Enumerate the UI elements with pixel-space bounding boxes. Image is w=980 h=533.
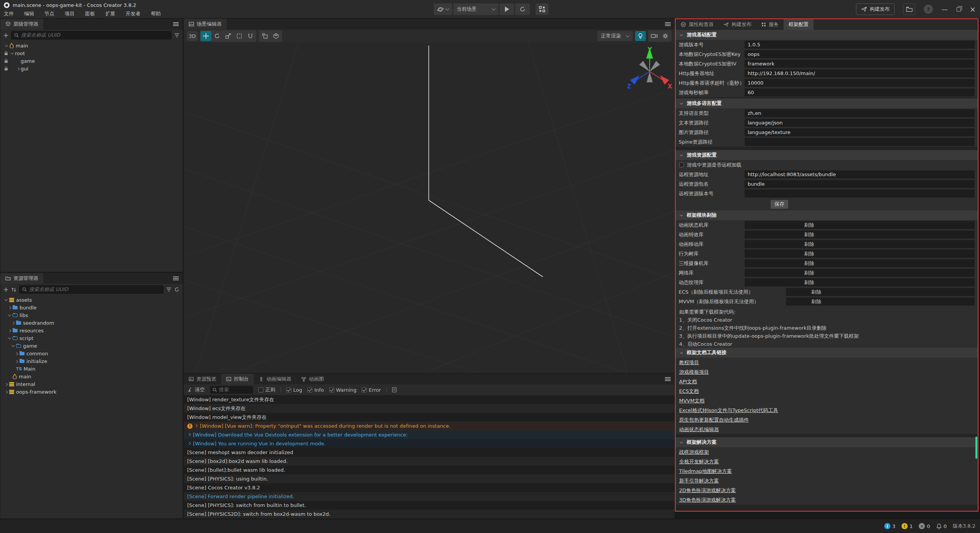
filter-warning-checkbox[interactable]: Warning [329, 387, 356, 393]
menu-panel[interactable]: 面板 [85, 10, 95, 17]
hierarchy-search-input[interactable]: 搜索名称或 UUID [11, 31, 172, 39]
doc-link-tutorial[interactable]: 教程项目 [676, 358, 978, 367]
assets-filter-icon[interactable] [166, 287, 172, 292]
log-row[interactable]: [Window] model_view文件夹存在 [184, 413, 675, 422]
checkbox-on-icon[interactable] [286, 387, 291, 392]
checkbox-on-icon[interactable] [362, 387, 367, 392]
asset-node-game[interactable]: game [0, 342, 183, 350]
log-row[interactable]: [Scene] meshopt wasm decoder initialized [184, 448, 675, 457]
preview-device-select[interactable] [434, 3, 452, 15]
refresh-assets-button[interactable] [174, 287, 180, 292]
field-input[interactable]: http://192.168.0.150/main/ [745, 69, 975, 77]
chevron-right-icon[interactable] [4, 382, 9, 387]
solution-link-war-chess[interactable]: 战棋游戏框架 [676, 447, 978, 457]
chevron-right-icon[interactable] [14, 351, 19, 356]
log-file-button[interactable] [392, 387, 397, 392]
doc-link-ecs[interactable]: ECS文档 [676, 386, 978, 396]
add-asset-button[interactable] [3, 287, 8, 292]
tab-build-publish[interactable]: 构建发布 [719, 19, 756, 30]
log-row[interactable]: [Scene] [bullet]:bullet wasm lib loaded. [184, 466, 675, 474]
open-project-folder-button[interactable] [903, 3, 915, 15]
build-publish-button[interactable]: 构建发布 [856, 3, 895, 15]
preview-qr-button[interactable] [536, 3, 549, 15]
play-button[interactable] [500, 3, 514, 15]
checkbox-on-icon[interactable] [329, 387, 334, 392]
filter-info-checkbox[interactable]: Info [307, 387, 324, 393]
menu-edit[interactable]: 编辑 [24, 10, 34, 17]
tab-service[interactable]: 服务 [756, 19, 784, 30]
chevron-right-icon[interactable] [11, 320, 16, 325]
sort-assets-button[interactable] [11, 287, 16, 292]
doc-link-api[interactable]: API文档 [676, 377, 978, 386]
remove-button[interactable]: 剔除 [812, 289, 822, 296]
section-header[interactable]: 游戏资源配置 [676, 150, 978, 160]
asset-node-script[interactable]: script [0, 334, 183, 342]
filter-log-checkbox[interactable]: Log [286, 387, 302, 393]
console-search-input[interactable]: 搜索 [210, 386, 253, 394]
log-row[interactable]: [Window] render_texture文件夹存在 [184, 395, 675, 404]
assets-search-input[interactable]: 搜索名称或 UUID [19, 285, 163, 294]
log-row[interactable]: [Scene] [PHYSICS2D]: switch from box2d-w… [184, 510, 675, 518]
close-button[interactable]: × [969, 5, 976, 13]
hierarchy-menu-icon[interactable] [173, 22, 179, 26]
ui-transform-tool-button[interactable] [245, 31, 256, 41]
asset-node-Main[interactable]: TS Main [0, 365, 183, 373]
scene-select[interactable]: 当前场景 [453, 3, 498, 15]
checkbox-on-icon[interactable] [307, 387, 312, 392]
field-input[interactable]: 1.0.5 [745, 41, 975, 49]
chevron-down-icon[interactable] [7, 336, 12, 341]
remove-button[interactable]: 剔除 [804, 279, 814, 286]
section-header[interactable]: 游戏基础配置 [676, 30, 978, 40]
light-toggle-button[interactable] [635, 31, 646, 41]
chevron-right-icon[interactable] [7, 328, 12, 333]
tab-console[interactable]: 控制台 [221, 374, 254, 384]
log-row[interactable]: [Scene] Cocos Creator v3.8.2 [184, 483, 675, 492]
mode-3d-button[interactable]: 3D [187, 31, 198, 41]
log-row[interactable]: [Window] ecs文件夹存在 [184, 404, 675, 413]
field-input[interactable]: framework [745, 60, 975, 68]
rect-tool-button[interactable] [234, 31, 245, 41]
field-input[interactable]: bundle [745, 180, 975, 188]
chevron-right-icon[interactable] [4, 389, 9, 394]
field-input[interactable]: http://localhost:8083/assets/bundle [745, 170, 975, 178]
solution-link-tiledmap[interactable]: Tiledmap地图解决方案 [676, 466, 978, 476]
tab-scene-editor[interactable]: 场景编辑器 [184, 19, 227, 29]
doc-link-excel-tool[interactable]: Excel格式转Json文件与TypeScript代码工具 [676, 405, 978, 415]
checkbox-off-icon[interactable] [258, 387, 263, 392]
inspector-scrollbar[interactable] [975, 437, 977, 459]
coordinate-tool-button[interactable] [271, 31, 281, 41]
chevron-right-icon[interactable] [7, 305, 12, 310]
chevron-right-icon[interactable] [14, 359, 19, 364]
asset-node-resources[interactable]: resources [0, 327, 183, 334]
asset-node-libs[interactable]: libs [0, 311, 183, 319]
tab-asset-preview[interactable]: 资源预览 [184, 374, 221, 384]
chevron-right-icon[interactable] [16, 66, 21, 71]
section-header[interactable]: 游戏多语言配置 [676, 98, 978, 108]
asset-node-common[interactable]: common [0, 350, 183, 357]
log-row[interactable]: [Scene] [PHYSICS]: switch from builtin t… [184, 501, 675, 510]
doc-link-mvvm[interactable]: MVVM文档 [676, 396, 978, 405]
axis-gizmo[interactable]: Y X Z [625, 45, 675, 95]
chevron-down-icon[interactable] [11, 343, 16, 348]
filter-error-checkbox[interactable]: Error [362, 387, 381, 393]
clear-console-button[interactable]: 清空 [188, 386, 205, 393]
info-log-row[interactable]: [Scene] Forward render pipeline initiali… [184, 492, 675, 501]
asset-node-oops-framework[interactable]: oops-framework [0, 388, 183, 396]
tab-property-inspector[interactable]: 属性检查器 [676, 19, 719, 30]
log-row[interactable]: [Scene] [box2d]:box2d wasm lib loaded. [184, 457, 675, 466]
maximize-button[interactable] [957, 7, 961, 11]
field-input[interactable]: language/json [745, 119, 975, 127]
render-mode-select[interactable]: 正常渲染 [597, 31, 633, 41]
hierarchy-node-game[interactable]: game [0, 57, 183, 65]
chevron-right-icon[interactable] [194, 424, 198, 428]
console-menu-icon[interactable] [665, 377, 671, 381]
doc-link-animator-editor[interactable]: 动画状态机编辑器 [676, 425, 978, 434]
status-warning-counter[interactable]: ! 1 [902, 523, 913, 529]
pivot-tool-button[interactable] [260, 31, 270, 41]
rotate-tool-button[interactable] [212, 31, 222, 41]
remove-button[interactable]: 剔除 [804, 241, 814, 248]
status-error-counter[interactable]: × 0 [919, 523, 930, 529]
field-input[interactable]: zh,en [745, 109, 975, 117]
hierarchy-node-main[interactable]: main [0, 42, 183, 49]
section-header[interactable]: 框架解决方案 [676, 437, 978, 447]
